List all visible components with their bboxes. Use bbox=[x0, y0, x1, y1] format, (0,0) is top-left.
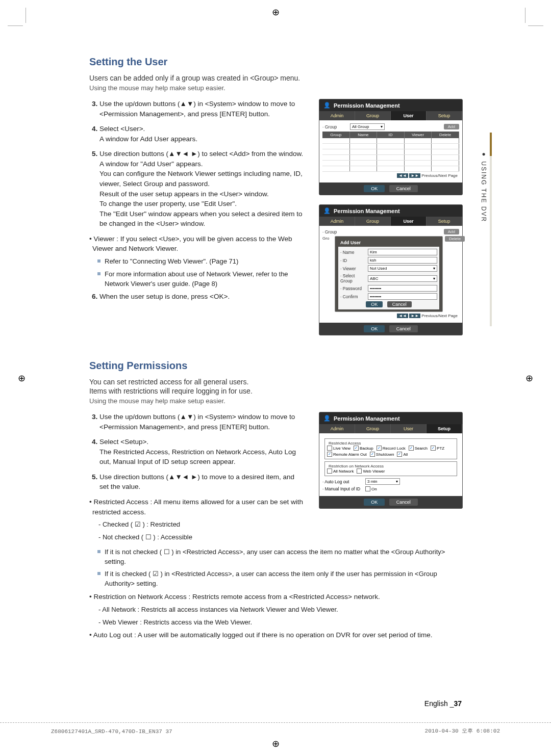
unchecked-note: - Not checked ( ☐ ) : Accessible bbox=[89, 533, 304, 542]
step-4: Select <Setup>. The Restricted Access, R… bbox=[99, 437, 304, 467]
selectgroup-label: · Select Group bbox=[340, 273, 366, 283]
user-icon: 👤 bbox=[323, 102, 331, 109]
note-allnetwork: - All Network : Restricts all access ins… bbox=[89, 605, 462, 615]
next-page-icon[interactable]: ►► bbox=[409, 314, 420, 318]
chevron-down-icon: ▾ bbox=[433, 276, 435, 281]
tab-setup[interactable]: Setup bbox=[427, 424, 462, 433]
bullet-restricted-access: • Restricted Access : All menu items all… bbox=[89, 497, 304, 517]
intro-text: You can set restricted access for all ge… bbox=[89, 378, 462, 386]
password-input[interactable]: •••••••• bbox=[368, 285, 437, 292]
step-6: When the user setup is done, press <OK>. bbox=[99, 292, 304, 302]
tab-setup[interactable]: Setup bbox=[427, 217, 462, 226]
chk-liveview[interactable]: Live View bbox=[327, 446, 350, 451]
intro-text: Items with restrictions will require log… bbox=[89, 387, 462, 395]
modal-ok-button[interactable]: OK bbox=[366, 301, 383, 307]
chk-manualid[interactable]: On bbox=[365, 486, 377, 491]
pager-label: Previous/Next Page bbox=[421, 314, 458, 318]
crop-mark bbox=[8, 25, 23, 26]
modal-cancel-button[interactable]: Cancel bbox=[387, 301, 412, 307]
crop-mark bbox=[528, 25, 543, 26]
selectgroup-dropdown[interactable]: ABC▾ bbox=[368, 275, 437, 282]
viewer-bullet: • Viewer : If you select <Use>, you will… bbox=[89, 234, 304, 254]
registration-mark: ⊕ bbox=[272, 7, 280, 18]
group-label: · Group bbox=[322, 229, 348, 234]
step-5: Use direction buttons (▲▼◄ ►) to select … bbox=[99, 149, 304, 229]
table-row[interactable] bbox=[322, 144, 459, 149]
next-page-icon[interactable]: ►► bbox=[409, 173, 420, 178]
table-row[interactable] bbox=[322, 138, 459, 144]
chk-shutdown[interactable]: ✓Shutdown bbox=[370, 452, 394, 457]
autologout-label: · Auto Log out bbox=[322, 479, 363, 484]
chevron-down-icon: ▾ bbox=[396, 479, 398, 484]
tab-group[interactable]: Group bbox=[355, 424, 391, 433]
step-3: Use the up/down buttons (▲▼) in <System>… bbox=[99, 99, 304, 119]
tab-admin[interactable]: Admin bbox=[319, 424, 355, 433]
delete-button[interactable]: Delete bbox=[445, 236, 465, 242]
chk-ptz[interactable]: ✓PTZ bbox=[431, 446, 444, 451]
doc-footer-right: 2010-04-30 오후 6:08:02 bbox=[425, 727, 500, 735]
chk-allnetwork[interactable]: All Network bbox=[327, 468, 354, 474]
bullet-autologout: • Auto Log out : A user will be automati… bbox=[89, 630, 462, 640]
confirm-input[interactable]: •••••••• bbox=[368, 293, 437, 300]
cancel-button[interactable]: Cancel bbox=[389, 185, 418, 192]
chk-recordlock[interactable]: ✓Record Lock bbox=[377, 446, 406, 451]
doc-footer-left: Z6806127401A_SRD-470,470D-IB_EN37 37 bbox=[51, 728, 172, 735]
ok-button[interactable]: OK bbox=[364, 325, 385, 332]
chk-remotealarm[interactable]: ✓Remote Alarm Out bbox=[327, 452, 367, 457]
id-label: · ID bbox=[340, 258, 366, 263]
tab-user[interactable]: User bbox=[391, 111, 427, 120]
section-heading: Setting Permissions bbox=[89, 360, 462, 372]
manualid-label: · Manual Input of ID bbox=[322, 486, 363, 491]
col-id: ID bbox=[377, 132, 405, 138]
viewer-label: · Viewer bbox=[340, 266, 366, 271]
chk-backup[interactable]: ✓Backup bbox=[354, 446, 373, 451]
pager-label: Previous/Next Page bbox=[421, 173, 458, 178]
name-input[interactable]: Kim bbox=[368, 249, 437, 255]
user-icon: 👤 bbox=[323, 415, 331, 422]
note-networkviewer: For more information about use of Networ… bbox=[89, 270, 304, 289]
step-3: Use the up/down buttons (▲▼) in <System>… bbox=[99, 412, 304, 432]
tab-group[interactable]: Group bbox=[355, 217, 391, 226]
table-row[interactable] bbox=[322, 149, 459, 155]
intro-subtext: Using the mouse may help make setup easi… bbox=[89, 84, 462, 92]
cancel-button[interactable]: Cancel bbox=[389, 325, 418, 332]
ok-button[interactable]: OK bbox=[364, 185, 385, 192]
tab-admin[interactable]: Admin bbox=[319, 217, 355, 226]
page-number: English _37 bbox=[424, 699, 462, 708]
viewer-dropdown[interactable]: Not Used▾ bbox=[368, 265, 437, 272]
crop-mark bbox=[26, 8, 26, 23]
note-webviewer: Refer to "Connecting Web Viewer". (Page … bbox=[89, 257, 304, 267]
tab-admin[interactable]: Admin bbox=[319, 111, 355, 120]
tab-user[interactable]: User bbox=[391, 424, 427, 433]
cancel-button[interactable]: Cancel bbox=[389, 499, 418, 506]
step-4: Select <User>. A window for Add User app… bbox=[99, 124, 304, 144]
prev-page-icon[interactable]: ◄◄ bbox=[397, 173, 408, 178]
add-button[interactable]: Add bbox=[444, 124, 459, 129]
screenshot-setup: 👤Permission Management Admin Group User … bbox=[319, 412, 463, 509]
chk-webviewer[interactable]: Web Viewer bbox=[357, 468, 385, 474]
table-row[interactable] bbox=[322, 155, 459, 161]
prev-page-icon[interactable]: ◄◄ bbox=[397, 314, 408, 318]
tab-setup[interactable]: Setup bbox=[427, 111, 462, 120]
tab-user[interactable]: User bbox=[391, 217, 427, 226]
legend-restricted: Restricted Access bbox=[327, 441, 363, 446]
group-label: · Group bbox=[322, 124, 348, 129]
id-input[interactable]: ksh bbox=[368, 257, 437, 264]
group-dropdown[interactable]: All Group▾ bbox=[350, 123, 385, 130]
autologout-dropdown[interactable]: 3 min▾ bbox=[365, 478, 400, 485]
password-label: · Password bbox=[340, 286, 366, 291]
screenshot-user-list: 👤Permission Management Admin Group User … bbox=[319, 99, 463, 195]
table-row[interactable] bbox=[322, 161, 459, 166]
chk-all[interactable]: ✓All bbox=[397, 452, 408, 457]
chk-search[interactable]: ✓Search bbox=[409, 446, 428, 451]
intro-subtext: Using the mouse may help make setup easi… bbox=[89, 397, 462, 405]
col-delete: Delete bbox=[432, 132, 459, 138]
chapter-color-tab bbox=[490, 133, 492, 326]
ok-button[interactable]: OK bbox=[364, 499, 385, 506]
user-icon: 👤 bbox=[323, 207, 331, 214]
tab-group[interactable]: Group bbox=[355, 111, 391, 120]
add-button[interactable]: Add bbox=[444, 229, 459, 234]
intro-text: Users can be added only if a group was c… bbox=[89, 74, 462, 82]
table-row[interactable] bbox=[322, 166, 459, 172]
col-group: Group bbox=[322, 132, 350, 138]
